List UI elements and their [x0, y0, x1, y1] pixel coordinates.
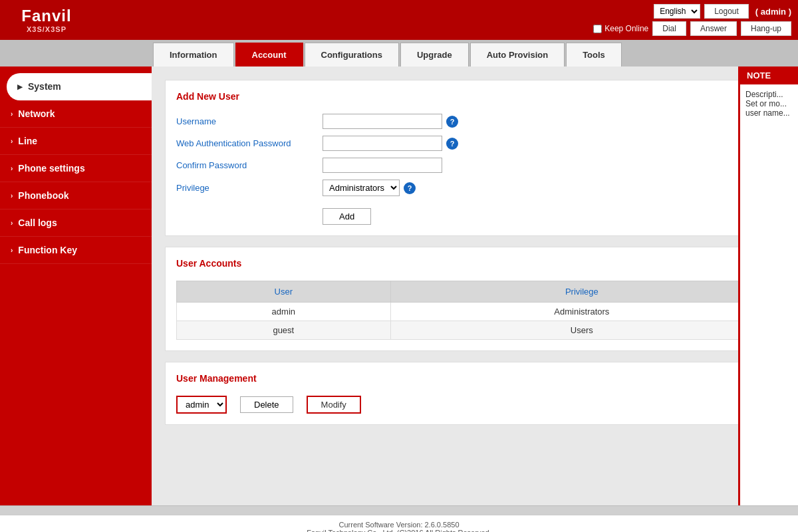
keep-online-label[interactable]: Keep Online — [593, 24, 648, 33]
nav-tabs: Information Account Configurations Upgra… — [0, 40, 798, 66]
hangup-button[interactable]: Hang-up — [741, 21, 791, 36]
sidebar-item-label: Line — [18, 136, 37, 146]
main-layout: ▶ System › Network › Line › Phone settin… — [0, 66, 798, 505]
sidebar-item-line[interactable]: › Line — [0, 128, 152, 155]
privilege-select[interactable]: Administrators Users — [323, 180, 400, 196]
note-panel: NOTE Descripti... Set or mo... user name… — [738, 66, 798, 505]
web-auth-row: Web Authentication Password ? — [176, 136, 773, 151]
user-management-title: User Management — [176, 373, 773, 386]
logo: Fanvil X3S/X3SP — [7, 7, 86, 33]
logout-button[interactable]: Logout — [704, 4, 749, 19]
user-management-section: User Management admin guest Delete Modif… — [165, 362, 785, 425]
footer-line1: Current Software Version: 2.6.0.5850 — [339, 521, 460, 529]
table-cell-privilege: Administrators — [390, 303, 773, 321]
tab-account[interactable]: Account — [235, 43, 303, 66]
table-row: admin Administrators — [177, 303, 773, 321]
keep-online-checkbox[interactable] — [593, 25, 602, 33]
user-management-select[interactable]: admin guest — [176, 396, 227, 414]
user-management-row: admin guest Delete Modify — [176, 396, 773, 414]
sidebar-item-label: Phone settings — [18, 163, 84, 174]
chevron-right-icon-fnkey: › — [11, 247, 13, 254]
add-new-user-title: Add New User — [176, 91, 773, 104]
sidebar-item-phonebook[interactable]: › Phonebook — [0, 182, 152, 209]
header-bottom-row: Keep Online Dial Answer Hang-up — [593, 21, 791, 36]
header-controls: English Logout ( admin ) Keep Online Dia… — [593, 0, 791, 36]
sidebar-item-label: Call logs — [18, 217, 57, 228]
table-cell-user: admin — [177, 303, 391, 321]
username-input[interactable] — [323, 114, 442, 129]
tab-configurations[interactable]: Configurations — [305, 43, 399, 66]
note-header: NOTE — [740, 66, 798, 84]
tab-upgrade[interactable]: Upgrade — [400, 43, 469, 66]
modify-button[interactable]: Modify — [307, 396, 361, 414]
sidebar-item-phone-settings[interactable]: › Phone settings — [0, 155, 152, 182]
dial-button[interactable]: Dial — [652, 21, 686, 36]
table-row: guest Users — [177, 321, 773, 340]
add-new-user-section: Add New User Username ? Web Authenticati… — [165, 80, 785, 236]
table-cell-user: guest — [177, 321, 391, 340]
language-select[interactable]: English — [654, 4, 700, 19]
sidebar-item-call-logs[interactable]: › Call logs — [0, 209, 152, 237]
add-button[interactable]: Add — [323, 208, 371, 225]
content-area: Add New User Username ? Web Authenticati… — [152, 66, 798, 505]
web-auth-label: Web Authentication Password — [176, 138, 323, 148]
header: Fanvil X3S/X3SP English Logout ( admin )… — [0, 0, 798, 40]
privilege-help-icon[interactable]: ? — [404, 182, 416, 194]
note-body: Descripti... Set or mo... user name... — [740, 84, 798, 123]
tab-tools[interactable]: Tools — [566, 43, 622, 66]
scrollbar-area[interactable] — [0, 505, 798, 515]
chevron-right-icon-calllogs: › — [11, 219, 13, 227]
sidebar: ▶ System › Network › Line › Phone settin… — [0, 66, 152, 505]
table-cell-privilege: Users — [390, 321, 773, 340]
web-auth-help-icon[interactable]: ? — [446, 138, 458, 150]
answer-button[interactable]: Answer — [690, 21, 737, 36]
chevron-right-icon-phone: › — [11, 165, 13, 172]
tab-information[interactable]: Information — [153, 43, 234, 66]
privilege-row: Privilege Administrators Users ? — [176, 180, 773, 196]
confirm-password-row: Confirm Password — [176, 158, 773, 173]
brand-name: Fanvil — [21, 7, 71, 25]
model-name: X3S/X3SP — [27, 25, 66, 33]
sidebar-item-label: Network — [18, 108, 55, 119]
sidebar-item-system[interactable]: ▶ System — [7, 73, 152, 100]
note-description-label: Descripti... — [745, 90, 793, 99]
chevron-right-icon-line: › — [11, 138, 13, 145]
sidebar-item-label: Function Key — [18, 245, 77, 255]
chevron-right-icon-phonebook: › — [11, 192, 13, 200]
privilege-label: Privilege — [176, 183, 323, 193]
username-label: Username — [176, 116, 323, 126]
table-header-privilege: Privilege — [390, 281, 773, 303]
note-description-text: Set or mo... user name... — [745, 99, 793, 118]
add-button-row: Add — [176, 203, 773, 225]
chevron-right-icon-network: › — [11, 110, 13, 118]
delete-button[interactable]: Delete — [240, 396, 293, 413]
admin-label: ( admin ) — [755, 7, 791, 17]
sidebar-item-network[interactable]: › Network — [0, 100, 152, 128]
table-header-user: User — [177, 281, 391, 303]
sidebar-item-label: System — [28, 81, 61, 92]
sidebar-item-label: Phonebook — [18, 190, 68, 201]
user-accounts-table: User Privilege admin Administrators gues… — [176, 281, 773, 340]
username-help-icon[interactable]: ? — [446, 116, 458, 128]
web-auth-input[interactable] — [323, 136, 442, 151]
sidebar-item-function-key[interactable]: › Function Key — [0, 237, 152, 264]
username-row: Username ? — [176, 114, 773, 129]
header-top-row: English Logout ( admin ) — [654, 4, 791, 19]
confirm-password-input[interactable] — [323, 158, 442, 173]
confirm-password-label: Confirm Password — [176, 160, 323, 170]
footer: Current Software Version: 2.6.0.5850 Fan… — [0, 515, 798, 532]
user-accounts-section: User Accounts User Privilege admin Admin… — [165, 247, 785, 351]
tab-auto-provision[interactable]: Auto Provision — [470, 43, 565, 66]
chevron-right-icon: ▶ — [17, 83, 23, 90]
footer-line2: Fanvil Technology Co., Ltd. (C)2016 All … — [307, 529, 491, 533]
user-accounts-title: User Accounts — [176, 258, 773, 271]
